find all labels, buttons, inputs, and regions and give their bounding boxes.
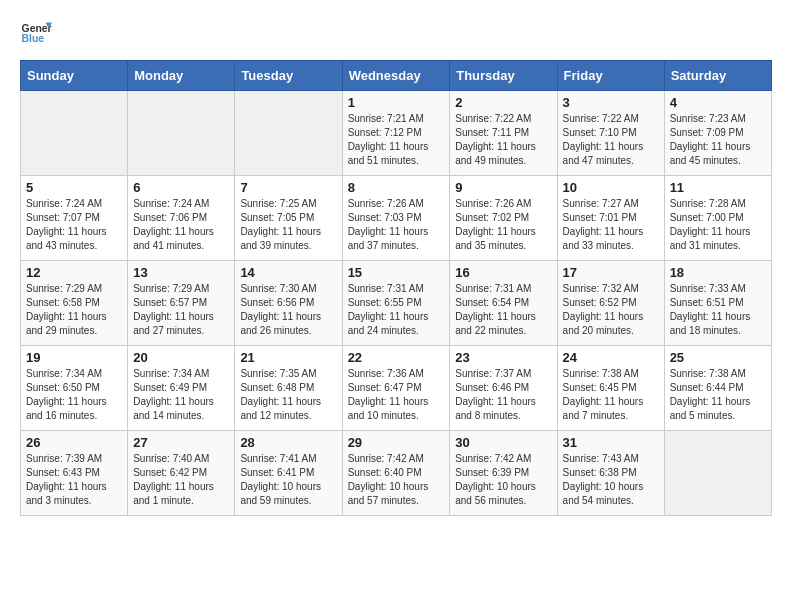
calendar-week-5: 26Sunrise: 7:39 AM Sunset: 6:43 PM Dayli… — [21, 431, 772, 516]
day-number: 13 — [133, 265, 229, 280]
day-header-friday: Friday — [557, 61, 664, 91]
day-info: Sunrise: 7:23 AM Sunset: 7:09 PM Dayligh… — [670, 112, 766, 168]
day-number: 14 — [240, 265, 336, 280]
calendar-table: SundayMondayTuesdayWednesdayThursdayFrid… — [20, 60, 772, 516]
calendar-cell — [21, 91, 128, 176]
day-info: Sunrise: 7:25 AM Sunset: 7:05 PM Dayligh… — [240, 197, 336, 253]
day-number: 17 — [563, 265, 659, 280]
day-number: 30 — [455, 435, 551, 450]
calendar-week-3: 12Sunrise: 7:29 AM Sunset: 6:58 PM Dayli… — [21, 261, 772, 346]
calendar-cell: 20Sunrise: 7:34 AM Sunset: 6:49 PM Dayli… — [128, 346, 235, 431]
calendar-cell: 25Sunrise: 7:38 AM Sunset: 6:44 PM Dayli… — [664, 346, 771, 431]
calendar-cell: 31Sunrise: 7:43 AM Sunset: 6:38 PM Dayli… — [557, 431, 664, 516]
day-info: Sunrise: 7:27 AM Sunset: 7:01 PM Dayligh… — [563, 197, 659, 253]
calendar-cell: 19Sunrise: 7:34 AM Sunset: 6:50 PM Dayli… — [21, 346, 128, 431]
day-number: 4 — [670, 95, 766, 110]
calendar-cell: 28Sunrise: 7:41 AM Sunset: 6:41 PM Dayli… — [235, 431, 342, 516]
calendar-cell: 16Sunrise: 7:31 AM Sunset: 6:54 PM Dayli… — [450, 261, 557, 346]
day-number: 23 — [455, 350, 551, 365]
day-info: Sunrise: 7:22 AM Sunset: 7:10 PM Dayligh… — [563, 112, 659, 168]
day-info: Sunrise: 7:22 AM Sunset: 7:11 PM Dayligh… — [455, 112, 551, 168]
day-number: 19 — [26, 350, 122, 365]
day-info: Sunrise: 7:40 AM Sunset: 6:42 PM Dayligh… — [133, 452, 229, 508]
day-header-tuesday: Tuesday — [235, 61, 342, 91]
calendar-cell — [235, 91, 342, 176]
calendar-cell: 27Sunrise: 7:40 AM Sunset: 6:42 PM Dayli… — [128, 431, 235, 516]
day-info: Sunrise: 7:24 AM Sunset: 7:06 PM Dayligh… — [133, 197, 229, 253]
day-number: 2 — [455, 95, 551, 110]
page-header: General Blue — [20, 16, 772, 48]
day-number: 27 — [133, 435, 229, 450]
day-number: 15 — [348, 265, 445, 280]
day-number: 24 — [563, 350, 659, 365]
day-number: 21 — [240, 350, 336, 365]
calendar-cell: 22Sunrise: 7:36 AM Sunset: 6:47 PM Dayli… — [342, 346, 450, 431]
calendar-cell: 11Sunrise: 7:28 AM Sunset: 7:00 PM Dayli… — [664, 176, 771, 261]
logo: General Blue — [20, 16, 52, 48]
calendar-cell — [664, 431, 771, 516]
calendar-cell: 3Sunrise: 7:22 AM Sunset: 7:10 PM Daylig… — [557, 91, 664, 176]
calendar-cell: 21Sunrise: 7:35 AM Sunset: 6:48 PM Dayli… — [235, 346, 342, 431]
svg-text:Blue: Blue — [22, 33, 45, 44]
day-number: 10 — [563, 180, 659, 195]
day-number: 22 — [348, 350, 445, 365]
day-header-wednesday: Wednesday — [342, 61, 450, 91]
day-number: 7 — [240, 180, 336, 195]
day-info: Sunrise: 7:39 AM Sunset: 6:43 PM Dayligh… — [26, 452, 122, 508]
day-info: Sunrise: 7:34 AM Sunset: 6:50 PM Dayligh… — [26, 367, 122, 423]
day-info: Sunrise: 7:34 AM Sunset: 6:49 PM Dayligh… — [133, 367, 229, 423]
day-info: Sunrise: 7:33 AM Sunset: 6:51 PM Dayligh… — [670, 282, 766, 338]
calendar-cell: 18Sunrise: 7:33 AM Sunset: 6:51 PM Dayli… — [664, 261, 771, 346]
day-number: 25 — [670, 350, 766, 365]
calendar-week-4: 19Sunrise: 7:34 AM Sunset: 6:50 PM Dayli… — [21, 346, 772, 431]
day-number: 20 — [133, 350, 229, 365]
calendar-cell — [128, 91, 235, 176]
calendar-week-2: 5Sunrise: 7:24 AM Sunset: 7:07 PM Daylig… — [21, 176, 772, 261]
day-number: 26 — [26, 435, 122, 450]
day-info: Sunrise: 7:41 AM Sunset: 6:41 PM Dayligh… — [240, 452, 336, 508]
day-number: 31 — [563, 435, 659, 450]
day-number: 8 — [348, 180, 445, 195]
day-info: Sunrise: 7:28 AM Sunset: 7:00 PM Dayligh… — [670, 197, 766, 253]
day-info: Sunrise: 7:32 AM Sunset: 6:52 PM Dayligh… — [563, 282, 659, 338]
day-info: Sunrise: 7:42 AM Sunset: 6:39 PM Dayligh… — [455, 452, 551, 508]
day-info: Sunrise: 7:31 AM Sunset: 6:54 PM Dayligh… — [455, 282, 551, 338]
calendar-cell: 14Sunrise: 7:30 AM Sunset: 6:56 PM Dayli… — [235, 261, 342, 346]
calendar-cell: 1Sunrise: 7:21 AM Sunset: 7:12 PM Daylig… — [342, 91, 450, 176]
calendar-cell: 12Sunrise: 7:29 AM Sunset: 6:58 PM Dayli… — [21, 261, 128, 346]
calendar-cell: 23Sunrise: 7:37 AM Sunset: 6:46 PM Dayli… — [450, 346, 557, 431]
calendar-cell: 9Sunrise: 7:26 AM Sunset: 7:02 PM Daylig… — [450, 176, 557, 261]
day-info: Sunrise: 7:29 AM Sunset: 6:58 PM Dayligh… — [26, 282, 122, 338]
day-header-sunday: Sunday — [21, 61, 128, 91]
day-info: Sunrise: 7:31 AM Sunset: 6:55 PM Dayligh… — [348, 282, 445, 338]
day-header-thursday: Thursday — [450, 61, 557, 91]
day-number: 3 — [563, 95, 659, 110]
calendar-cell: 17Sunrise: 7:32 AM Sunset: 6:52 PM Dayli… — [557, 261, 664, 346]
day-number: 28 — [240, 435, 336, 450]
day-info: Sunrise: 7:42 AM Sunset: 6:40 PM Dayligh… — [348, 452, 445, 508]
logo-icon: General Blue — [20, 16, 52, 48]
day-number: 9 — [455, 180, 551, 195]
day-number: 12 — [26, 265, 122, 280]
day-number: 29 — [348, 435, 445, 450]
day-info: Sunrise: 7:29 AM Sunset: 6:57 PM Dayligh… — [133, 282, 229, 338]
calendar-cell: 30Sunrise: 7:42 AM Sunset: 6:39 PM Dayli… — [450, 431, 557, 516]
day-info: Sunrise: 7:35 AM Sunset: 6:48 PM Dayligh… — [240, 367, 336, 423]
calendar-cell: 2Sunrise: 7:22 AM Sunset: 7:11 PM Daylig… — [450, 91, 557, 176]
calendar-cell: 7Sunrise: 7:25 AM Sunset: 7:05 PM Daylig… — [235, 176, 342, 261]
day-info: Sunrise: 7:21 AM Sunset: 7:12 PM Dayligh… — [348, 112, 445, 168]
day-info: Sunrise: 7:36 AM Sunset: 6:47 PM Dayligh… — [348, 367, 445, 423]
day-info: Sunrise: 7:26 AM Sunset: 7:02 PM Dayligh… — [455, 197, 551, 253]
day-number: 16 — [455, 265, 551, 280]
calendar-cell: 10Sunrise: 7:27 AM Sunset: 7:01 PM Dayli… — [557, 176, 664, 261]
day-info: Sunrise: 7:37 AM Sunset: 6:46 PM Dayligh… — [455, 367, 551, 423]
day-number: 5 — [26, 180, 122, 195]
day-info: Sunrise: 7:43 AM Sunset: 6:38 PM Dayligh… — [563, 452, 659, 508]
day-header-saturday: Saturday — [664, 61, 771, 91]
calendar-cell: 5Sunrise: 7:24 AM Sunset: 7:07 PM Daylig… — [21, 176, 128, 261]
day-info: Sunrise: 7:38 AM Sunset: 6:45 PM Dayligh… — [563, 367, 659, 423]
day-number: 6 — [133, 180, 229, 195]
calendar-header-row: SundayMondayTuesdayWednesdayThursdayFrid… — [21, 61, 772, 91]
calendar-cell: 13Sunrise: 7:29 AM Sunset: 6:57 PM Dayli… — [128, 261, 235, 346]
day-info: Sunrise: 7:24 AM Sunset: 7:07 PM Dayligh… — [26, 197, 122, 253]
